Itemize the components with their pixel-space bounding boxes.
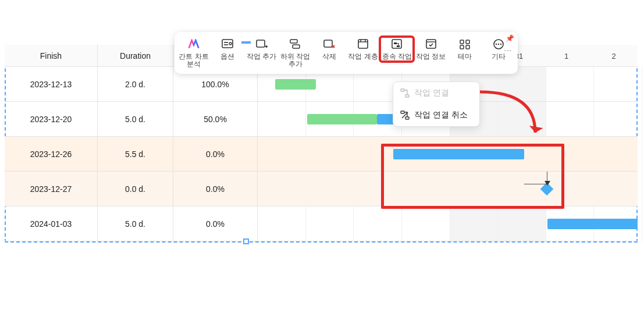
svg-rect-4 bbox=[257, 40, 265, 47]
svg-rect-7 bbox=[290, 40, 297, 43]
options-icon bbox=[220, 38, 234, 51]
cell-finish[interactable]: 2023-12-13 bbox=[5, 67, 98, 101]
svg-rect-23 bbox=[460, 45, 464, 49]
cell-pct[interactable]: 0.0% bbox=[173, 206, 258, 241]
dependency-dropdown: 작업 연결 작업 연결 취소 bbox=[393, 81, 480, 127]
cell-duration[interactable]: 0.0 d. bbox=[98, 172, 173, 206]
link-tasks-item[interactable]: 작업 연결 bbox=[393, 82, 479, 104]
svg-rect-22 bbox=[466, 40, 469, 44]
svg-rect-17 bbox=[394, 42, 397, 44]
unlink-icon bbox=[400, 111, 410, 120]
svg-point-27 bbox=[498, 44, 499, 45]
hierarchy-icon bbox=[356, 38, 370, 51]
cell-duration[interactable]: 5.0 d. bbox=[98, 206, 173, 241]
toolbar-label: 종속 작업 bbox=[382, 53, 412, 60]
cell-gantt bbox=[258, 137, 638, 171]
col-header-duration: Duration bbox=[98, 45, 173, 66]
toolbar-label: 하위 작업 추가 bbox=[279, 53, 312, 68]
delete-task-button[interactable]: 삭제 bbox=[312, 37, 346, 62]
gantt-bar[interactable] bbox=[547, 219, 638, 229]
link-icon bbox=[400, 88, 410, 98]
toolbar-label: 간트 차트 분석 bbox=[177, 53, 210, 68]
gantt-bar-progress[interactable] bbox=[307, 114, 377, 124]
theme-button[interactable]: 테마 bbox=[448, 37, 482, 62]
toolbar-label: 테마 bbox=[458, 53, 472, 60]
svg-point-3 bbox=[229, 42, 232, 45]
svg-rect-9 bbox=[324, 40, 332, 47]
theme-icon bbox=[458, 38, 472, 51]
logo-icon bbox=[187, 38, 201, 51]
svg-point-26 bbox=[496, 44, 497, 45]
add-task-icon bbox=[255, 38, 269, 51]
unlink-tasks-item[interactable]: 작업 연결 취소 bbox=[393, 104, 479, 126]
svg-rect-0 bbox=[222, 40, 233, 48]
svg-rect-29 bbox=[401, 89, 404, 91]
gantt-bar[interactable] bbox=[393, 149, 524, 159]
add-task-button[interactable]: 작업 추가 bbox=[244, 37, 278, 62]
toolbar-label: 작업 추가 bbox=[247, 53, 276, 60]
toolbar-label: 작업 정보 bbox=[416, 53, 446, 60]
dependency-arrowhead bbox=[545, 181, 550, 186]
svg-rect-18 bbox=[397, 45, 400, 47]
svg-rect-31 bbox=[401, 111, 404, 113]
gantt-grid: Finish Duration 26 27 28 29 30 31 1 2 20… bbox=[5, 45, 638, 241]
task-row[interactable]: 2023-12-20 5.0 d. 50.0% bbox=[5, 102, 638, 137]
toolbar-label: 옵션 bbox=[220, 53, 234, 60]
dropdown-label: 작업 연결 bbox=[414, 88, 449, 98]
task-row[interactable]: 2024-01-03 5.0 d. 0.0% bbox=[5, 206, 638, 241]
pin-icon[interactable]: 📌 bbox=[506, 34, 514, 42]
cell-pct[interactable]: 0.0% bbox=[173, 137, 258, 171]
dependency-connector bbox=[524, 172, 547, 184]
cell-gantt bbox=[258, 206, 638, 241]
selection-tab bbox=[241, 41, 251, 44]
overflow-dots-icon[interactable]: ⋮ bbox=[504, 47, 512, 54]
dropdown-label: 작업 연결 취소 bbox=[414, 110, 468, 120]
cell-pct[interactable]: 0.0% bbox=[173, 172, 258, 206]
cell-finish[interactable]: 2023-12-27 bbox=[5, 172, 98, 206]
svg-rect-30 bbox=[405, 95, 409, 97]
col-header-finish: Finish bbox=[5, 45, 98, 66]
svg-rect-24 bbox=[466, 45, 469, 49]
dependent-task-button[interactable]: 종속 작업 bbox=[380, 37, 414, 62]
selection-handle[interactable] bbox=[243, 238, 249, 244]
cell-duration[interactable]: 5.5 d. bbox=[98, 137, 173, 171]
day-label: 1 bbox=[543, 52, 590, 60]
svg-rect-12 bbox=[358, 40, 368, 48]
context-toolbar: 간트 차트 분석 옵션 작업 추가 하위 작업 추가 삭제 bbox=[175, 32, 518, 74]
gantt-analysis-button[interactable]: 간트 차트 분석 bbox=[177, 37, 211, 69]
svg-rect-8 bbox=[293, 45, 300, 48]
cell-duration[interactable]: 5.0 d. bbox=[98, 102, 173, 136]
cell-gantt bbox=[258, 172, 638, 206]
task-row[interactable]: 2023-12-26 5.5 d. 0.0% bbox=[5, 137, 638, 172]
task-row[interactable]: 2023-12-27 0.0 d. 0.0% bbox=[5, 172, 638, 206]
day-label: 2 bbox=[590, 52, 638, 60]
task-info-button[interactable]: 작업 정보 bbox=[414, 37, 447, 62]
svg-rect-21 bbox=[460, 40, 464, 44]
svg-point-28 bbox=[500, 44, 501, 45]
cell-finish[interactable]: 2024-01-03 bbox=[5, 206, 98, 241]
add-subtask-icon bbox=[289, 38, 303, 51]
cell-finish[interactable]: 2023-12-20 bbox=[5, 102, 98, 136]
cell-finish[interactable]: 2023-12-26 bbox=[5, 137, 98, 171]
task-hierarchy-button[interactable]: 작업 계층 bbox=[346, 37, 380, 62]
gantt-bar[interactable] bbox=[275, 79, 316, 90]
dependency-icon bbox=[390, 38, 404, 51]
toolbar-label: 작업 계층 bbox=[348, 53, 378, 60]
toolbar-label: 삭제 bbox=[322, 53, 336, 60]
options-button[interactable]: 옵션 bbox=[211, 37, 244, 62]
cell-duration[interactable]: 2.0 d. bbox=[98, 67, 173, 101]
svg-rect-32 bbox=[405, 117, 409, 119]
add-subtask-button[interactable]: 하위 작업 추가 bbox=[279, 37, 312, 69]
info-icon bbox=[424, 38, 438, 51]
delete-icon bbox=[322, 38, 336, 51]
svg-rect-19 bbox=[426, 40, 436, 48]
cell-pct[interactable]: 50.0% bbox=[173, 102, 258, 136]
